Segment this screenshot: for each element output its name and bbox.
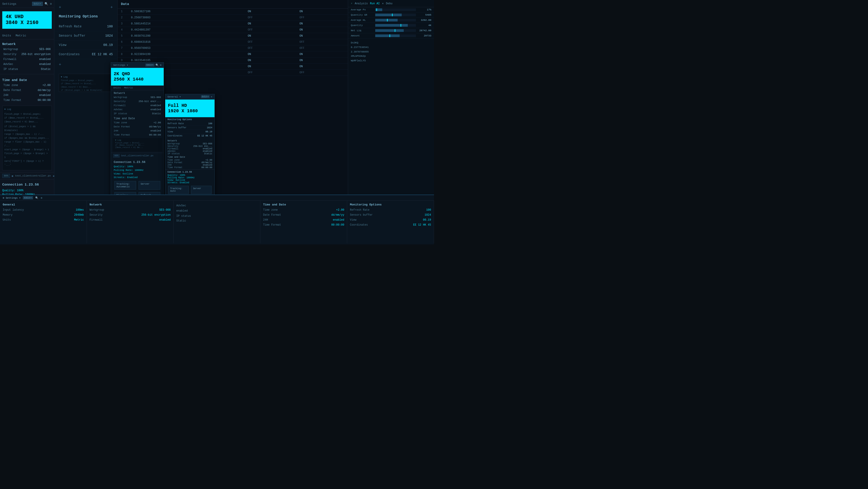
24h-value: enabled [39,94,51,97]
close-icon[interactable]: ✕ [382,2,383,5]
bar-marker [395,29,395,32]
time-col: Time and Date Time zone+2.00 Date Format… [260,201,347,243]
view-label: View [59,43,66,47]
bar-marker [390,34,390,37]
settings-title: Settings [2,2,16,6]
overlay-edit-btn[interactable]: Edit+ [145,64,154,66]
fhd-edit-btn[interactable]: Edit+ [201,95,210,98]
fhd-close-icon[interactable]: ✕ [211,95,212,98]
quality-row: Quality: 100% [2,189,52,193]
analysis-row: Average Px 17% [348,7,434,12]
fhd-server-btn[interactable]: Server [191,186,212,194]
plus-icon-top[interactable]: + [58,4,62,11]
bottom-workgroup-value: SES-008 [159,208,170,211]
code-area: ▼ Log finish_page = $total_pages; if ($m… [2,106,52,170]
24h-label: 24H [3,94,8,97]
code-line: finish_page = $total_pages; [4,112,50,116]
analysis-value: 5485 [418,13,431,16]
row-s2: ON [296,64,348,70]
bottom-firewall-row: Firewall enabled [87,218,174,223]
bar-fill [375,19,398,22]
time-col-title: Time and Date [260,202,347,207]
row-s1: OFF [244,27,296,33]
row-s2: ON [296,8,348,15]
row-s2: OFF [296,15,348,21]
code-line: ($max_record < 0) $max... [4,120,50,124]
row-s1: ON [244,33,296,39]
analysis-bar [375,19,416,22]
coords-label: Coordinates [59,53,80,56]
timeformat-label: Time Format [3,99,21,102]
firewall-label: Firewall [3,58,17,61]
row-id: 1 [118,8,127,15]
analysis-value: 4K [418,24,431,27]
analysis-label: Average HL [351,19,373,22]
network-section: Network Workgroup SES-008 Security 256-b… [0,39,54,73]
advsec-col: AdvSec enabled IP status Static [174,201,260,243]
analysis-row: Net Liq 28742.00 [348,28,434,33]
inner-zoom[interactable]: 80% [113,154,120,157]
inner-timezone: Time zone+2.00 [111,121,164,125]
inner-workgroup: WorkgroupSES-008 [111,95,164,99]
overlay-fhd-titlebar: General ▾ Edit+ ✕ [165,94,215,99]
row-s2: ON [296,27,348,33]
bar-fill [375,29,404,32]
firewall-row: Firewall enabled [0,57,54,62]
resolution-2k: 2K QHD 2560 X 1440 [111,68,164,86]
analysis-bar [375,8,416,11]
row-val: 0.5083827106 [127,8,244,15]
nav-back[interactable]: ◀ [53,174,54,177]
row-s1: OFF [244,15,296,21]
row-id: 2 [118,15,127,21]
code-line: if ($max_record >= $total_... [4,116,50,120]
zoom-level[interactable]: 80% [2,174,10,178]
bottom-units-label: Units [3,219,11,222]
dateformat-label: Date Format [3,89,21,92]
bottom-gear-icon[interactable]: ⚙ [41,196,42,199]
code-line: range = ($pages_max - 1) /... [4,133,50,136]
search-icon[interactable]: 🔍 [44,2,48,6]
inner-view: View: Outline [111,172,164,176]
fhd-tracking-btn[interactable]: Tracking: Auto [168,186,189,194]
memory-label: Memory [3,213,12,217]
coords-value: EE 12 HK 45 [92,53,113,56]
row-s1: ON [244,51,296,57]
network-title: Network [0,40,54,47]
analysis-value: 17% [418,8,431,11]
table-row: 5 0.0030761390 ON ON [118,33,348,39]
bar-marker [376,8,377,11]
row-val: 0.4424801397 [127,27,244,33]
row-val: 0.5801445214 [127,21,244,27]
sensors-label: Sensors buffer [59,34,86,37]
resolution-line2: 3840 X 2160 [6,20,49,26]
overlay-gear-icon[interactable]: ⚙ [160,64,161,66]
ip-static: Static [174,219,260,223]
gear-icon[interactable]: ⚙ [50,2,52,6]
bar-marker [387,19,388,22]
plus-icon-mid[interactable]: + [58,61,62,68]
inner-server-btn[interactable]: Server [138,181,160,190]
inner-units: Units [113,86,121,89]
memory-value: 2048mb [74,213,84,217]
inner-tracking-btn[interactable]: Tracking: Automatic [114,181,136,190]
resolution-display: 4K UHD 3840 X 2160 [2,11,52,29]
bottom-settings-body: General Input latency 100ms Memory 2048m… [0,201,434,243]
table-row: 2 0.2568730803 OFF OFF [118,15,348,21]
bottom-edit-btn[interactable]: Edit+ [23,196,33,199]
row-val: 0.2568730803 [127,15,244,21]
row-id: 8 [118,51,127,57]
inner-file: test_clientcontroller.px [121,154,153,157]
run-ai-tab[interactable]: Run AI [370,2,380,5]
overlay-search-icon[interactable]: 🔍 [156,64,159,66]
row-s1: OFF [244,45,296,51]
debug-tab[interactable]: Debu [386,2,393,5]
timezone-value: +2.00 [42,84,51,87]
advsec-value: enabled [39,63,51,66]
edit-button[interactable]: Edit+ [32,2,43,6]
table-row: 6 0.6080431816 OFF OFF [118,39,348,45]
bottom-workgroup-row: Workgroup SES-008 [87,207,174,212]
bar-fill [375,13,402,16]
plus-icon-top2[interactable]: + [109,4,114,11]
bottom-search-icon[interactable]: 🔍 [35,196,38,199]
analysis-row: Quantity 4K [348,23,434,28]
